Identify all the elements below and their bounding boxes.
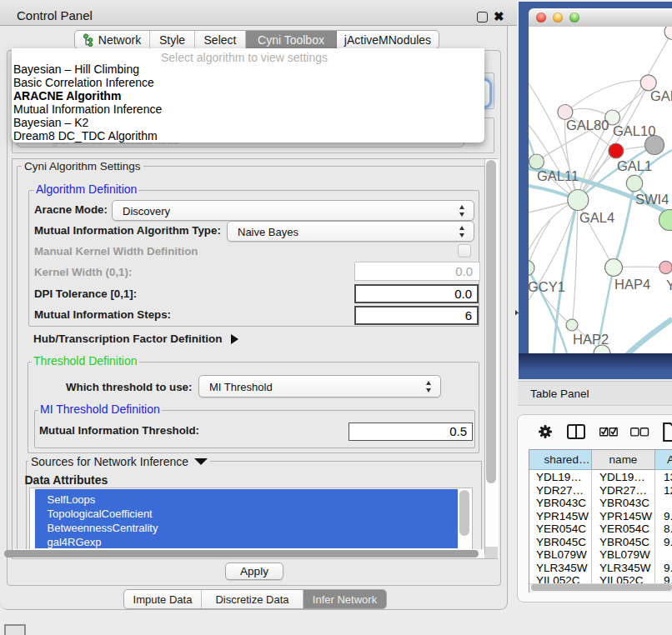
svg-text:HAP2: HAP2 xyxy=(573,332,609,347)
svg-text:GAL4: GAL4 xyxy=(579,210,614,225)
svg-text:GCY1: GCY1 xyxy=(529,279,565,294)
svg-text:GAL1: GAL1 xyxy=(617,158,652,173)
svg-text:GAL80: GAL80 xyxy=(566,118,609,132)
svg-text:SWI4: SWI4 xyxy=(635,192,669,207)
svg-text:GAL11: GAL11 xyxy=(537,168,579,183)
svg-text:GAL: GAL xyxy=(650,88,672,103)
svg-text:HAP4: HAP4 xyxy=(614,277,650,292)
svg-text:GAL10: GAL10 xyxy=(613,123,655,138)
svg-text:Y: Y xyxy=(666,278,672,292)
